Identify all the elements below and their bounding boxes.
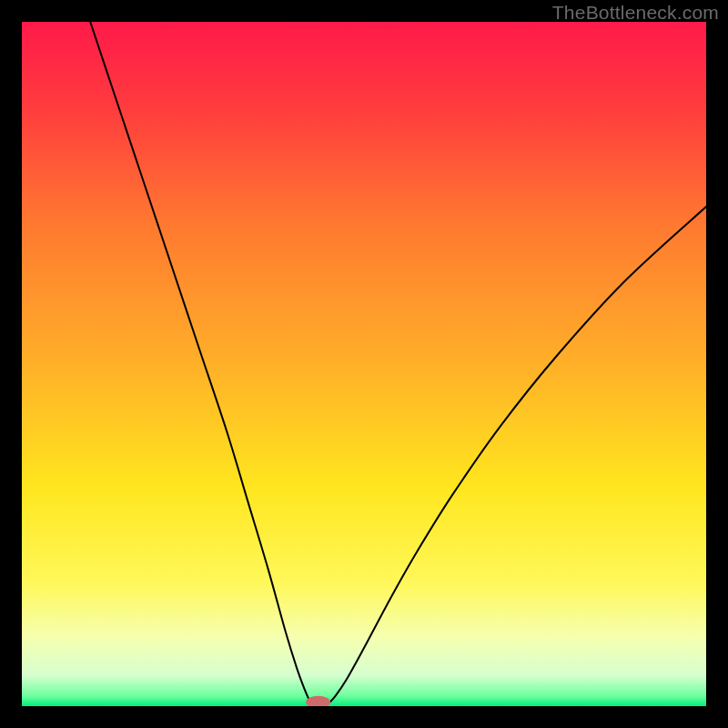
- chart-svg: [22, 22, 706, 706]
- watermark-text: TheBottleneck.com: [552, 2, 719, 24]
- plot-area: [22, 22, 706, 706]
- chart-frame: TheBottleneck.com: [0, 0, 728, 728]
